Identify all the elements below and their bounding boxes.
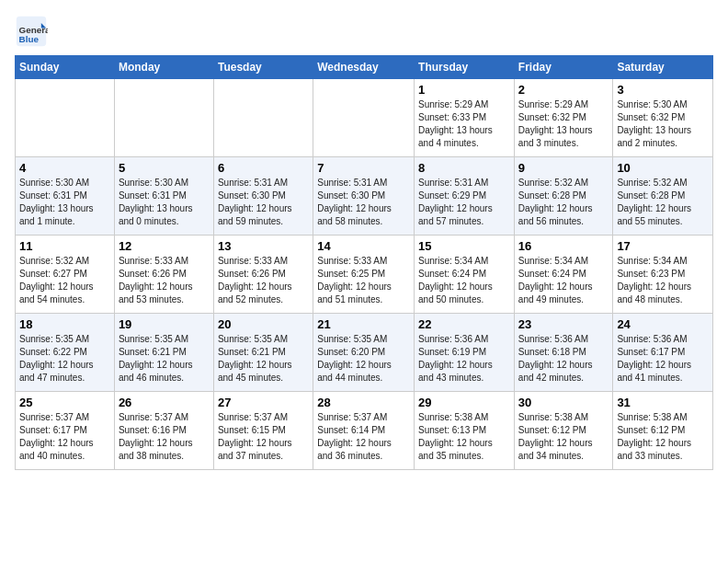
day-info: Sunrise: 5:31 AM Sunset: 6:30 PM Dayligh…: [218, 177, 309, 228]
day-number: 27: [218, 396, 309, 409]
calendar-cell: 6Sunrise: 5:31 AM Sunset: 6:30 PM Daylig…: [213, 157, 313, 236]
day-number: 1: [418, 83, 510, 97]
page-header: General Blue: [15, 15, 713, 48]
day-number: 12: [119, 239, 210, 253]
day-info: Sunrise: 5:38 AM Sunset: 6:12 PM Dayligh…: [518, 411, 609, 463]
day-info: Sunrise: 5:33 AM Sunset: 6:25 PM Dayligh…: [317, 255, 410, 306]
day-info: Sunrise: 5:35 AM Sunset: 6:20 PM Dayligh…: [317, 333, 410, 385]
calendar-cell: 26Sunrise: 5:37 AM Sunset: 6:16 PM Dayli…: [114, 392, 213, 470]
day-info: Sunrise: 5:32 AM Sunset: 6:27 PM Dayligh…: [19, 255, 110, 306]
day-info: Sunrise: 5:30 AM Sunset: 6:32 PM Dayligh…: [617, 98, 709, 150]
calendar-cell: 11Sunrise: 5:32 AM Sunset: 6:27 PM Dayli…: [16, 236, 115, 314]
day-info: Sunrise: 5:37 AM Sunset: 6:15 PM Dayligh…: [218, 411, 309, 463]
day-number: 14: [317, 239, 410, 253]
calendar-cell: 3Sunrise: 5:30 AM Sunset: 6:32 PM Daylig…: [613, 79, 713, 157]
day-number: 3: [617, 83, 709, 97]
day-number: 2: [518, 83, 609, 97]
day-info: Sunrise: 5:37 AM Sunset: 6:17 PM Dayligh…: [19, 411, 110, 463]
day-info: Sunrise: 5:32 AM Sunset: 6:28 PM Dayligh…: [617, 177, 709, 228]
day-number: 7: [317, 161, 410, 175]
calendar-cell: 14Sunrise: 5:33 AM Sunset: 6:25 PM Dayli…: [313, 236, 415, 314]
day-info: Sunrise: 5:29 AM Sunset: 6:32 PM Dayligh…: [518, 98, 609, 150]
calendar-cell: 21Sunrise: 5:35 AM Sunset: 6:20 PM Dayli…: [313, 314, 415, 392]
day-info: Sunrise: 5:34 AM Sunset: 6:24 PM Dayligh…: [418, 255, 510, 306]
calendar-cell: 9Sunrise: 5:32 AM Sunset: 6:28 PM Daylig…: [514, 157, 613, 236]
weekday-header-sunday: Sunday: [16, 56, 115, 79]
day-info: Sunrise: 5:36 AM Sunset: 6:19 PM Dayligh…: [418, 333, 510, 385]
day-number: 8: [418, 161, 510, 175]
day-info: Sunrise: 5:38 AM Sunset: 6:12 PM Dayligh…: [617, 411, 709, 463]
calendar-table: SundayMondayTuesdayWednesdayThursdayFrid…: [15, 55, 713, 470]
day-info: Sunrise: 5:37 AM Sunset: 6:16 PM Dayligh…: [119, 411, 210, 463]
calendar-cell: 29Sunrise: 5:38 AM Sunset: 6:13 PM Dayli…: [415, 392, 515, 470]
calendar-cell: [213, 79, 313, 157]
day-number: 28: [317, 396, 410, 409]
calendar-cell: 23Sunrise: 5:36 AM Sunset: 6:18 PM Dayli…: [514, 314, 613, 392]
calendar-cell: 12Sunrise: 5:33 AM Sunset: 6:26 PM Dayli…: [114, 236, 213, 314]
day-number: 17: [617, 239, 709, 253]
calendar-cell: 13Sunrise: 5:33 AM Sunset: 6:26 PM Dayli…: [213, 236, 313, 314]
day-info: Sunrise: 5:35 AM Sunset: 6:21 PM Dayligh…: [218, 333, 309, 385]
calendar-cell: 19Sunrise: 5:35 AM Sunset: 6:21 PM Dayli…: [114, 314, 213, 392]
day-info: Sunrise: 5:34 AM Sunset: 6:23 PM Dayligh…: [617, 255, 709, 306]
day-info: Sunrise: 5:30 AM Sunset: 6:31 PM Dayligh…: [119, 177, 210, 228]
weekday-header-monday: Monday: [114, 56, 213, 79]
day-number: 31: [617, 396, 709, 409]
weekday-header-friday: Friday: [514, 56, 613, 79]
day-number: 16: [518, 239, 609, 253]
day-number: 24: [617, 317, 709, 331]
calendar-week-1: 1Sunrise: 5:29 AM Sunset: 6:33 PM Daylig…: [16, 79, 713, 157]
day-info: Sunrise: 5:29 AM Sunset: 6:33 PM Dayligh…: [418, 98, 510, 150]
calendar-cell: 28Sunrise: 5:37 AM Sunset: 6:14 PM Dayli…: [313, 392, 415, 470]
calendar-cell: 2Sunrise: 5:29 AM Sunset: 6:32 PM Daylig…: [514, 79, 613, 157]
day-number: 10: [617, 161, 709, 175]
calendar-cell: 30Sunrise: 5:38 AM Sunset: 6:12 PM Dayli…: [514, 392, 613, 470]
day-number: 15: [418, 239, 510, 253]
day-info: Sunrise: 5:30 AM Sunset: 6:31 PM Dayligh…: [19, 177, 110, 228]
day-number: 18: [19, 317, 110, 331]
calendar-cell: [114, 79, 213, 157]
day-info: Sunrise: 5:33 AM Sunset: 6:26 PM Dayligh…: [218, 255, 309, 306]
calendar-cell: 27Sunrise: 5:37 AM Sunset: 6:15 PM Dayli…: [213, 392, 313, 470]
day-info: Sunrise: 5:37 AM Sunset: 6:14 PM Dayligh…: [317, 411, 410, 463]
logo: General Blue: [15, 15, 51, 48]
day-info: Sunrise: 5:36 AM Sunset: 6:17 PM Dayligh…: [617, 333, 709, 385]
calendar-cell: 7Sunrise: 5:31 AM Sunset: 6:30 PM Daylig…: [313, 157, 415, 236]
calendar-cell: 5Sunrise: 5:30 AM Sunset: 6:31 PM Daylig…: [114, 157, 213, 236]
calendar-cell: 20Sunrise: 5:35 AM Sunset: 6:21 PM Dayli…: [213, 314, 313, 392]
day-number: 22: [418, 317, 510, 331]
calendar-cell: 4Sunrise: 5:30 AM Sunset: 6:31 PM Daylig…: [16, 157, 115, 236]
day-info: Sunrise: 5:32 AM Sunset: 6:28 PM Dayligh…: [518, 177, 609, 228]
logo-icon: General Blue: [15, 15, 48, 48]
calendar-cell: [313, 79, 415, 157]
calendar-cell: 31Sunrise: 5:38 AM Sunset: 6:12 PM Dayli…: [613, 392, 713, 470]
svg-text:Blue: Blue: [19, 34, 40, 44]
calendar-cell: 24Sunrise: 5:36 AM Sunset: 6:17 PM Dayli…: [613, 314, 713, 392]
calendar-cell: 25Sunrise: 5:37 AM Sunset: 6:17 PM Dayli…: [16, 392, 115, 470]
calendar-week-2: 4Sunrise: 5:30 AM Sunset: 6:31 PM Daylig…: [16, 157, 713, 236]
day-info: Sunrise: 5:33 AM Sunset: 6:26 PM Dayligh…: [119, 255, 210, 306]
day-info: Sunrise: 5:38 AM Sunset: 6:13 PM Dayligh…: [418, 411, 510, 463]
day-info: Sunrise: 5:31 AM Sunset: 6:29 PM Dayligh…: [418, 177, 510, 228]
weekday-header-wednesday: Wednesday: [313, 56, 415, 79]
day-number: 25: [19, 396, 110, 409]
weekday-header-thursday: Thursday: [415, 56, 515, 79]
weekday-header-tuesday: Tuesday: [213, 56, 313, 79]
calendar-cell: [16, 79, 115, 157]
calendar-week-4: 18Sunrise: 5:35 AM Sunset: 6:22 PM Dayli…: [16, 314, 713, 392]
calendar-cell: 15Sunrise: 5:34 AM Sunset: 6:24 PM Dayli…: [415, 236, 515, 314]
day-number: 5: [119, 161, 210, 175]
day-number: 29: [418, 396, 510, 409]
day-number: 4: [19, 161, 110, 175]
day-number: 13: [218, 239, 309, 253]
day-number: 6: [218, 161, 309, 175]
calendar-week-3: 11Sunrise: 5:32 AM Sunset: 6:27 PM Dayli…: [16, 236, 713, 314]
day-number: 20: [218, 317, 309, 331]
calendar-cell: 1Sunrise: 5:29 AM Sunset: 6:33 PM Daylig…: [415, 79, 515, 157]
day-info: Sunrise: 5:34 AM Sunset: 6:24 PM Dayligh…: [518, 255, 609, 306]
calendar-cell: 16Sunrise: 5:34 AM Sunset: 6:24 PM Dayli…: [514, 236, 613, 314]
calendar-cell: 10Sunrise: 5:32 AM Sunset: 6:28 PM Dayli…: [613, 157, 713, 236]
day-info: Sunrise: 5:35 AM Sunset: 6:21 PM Dayligh…: [119, 333, 210, 385]
day-info: Sunrise: 5:31 AM Sunset: 6:30 PM Dayligh…: [317, 177, 410, 228]
day-number: 26: [119, 396, 210, 409]
